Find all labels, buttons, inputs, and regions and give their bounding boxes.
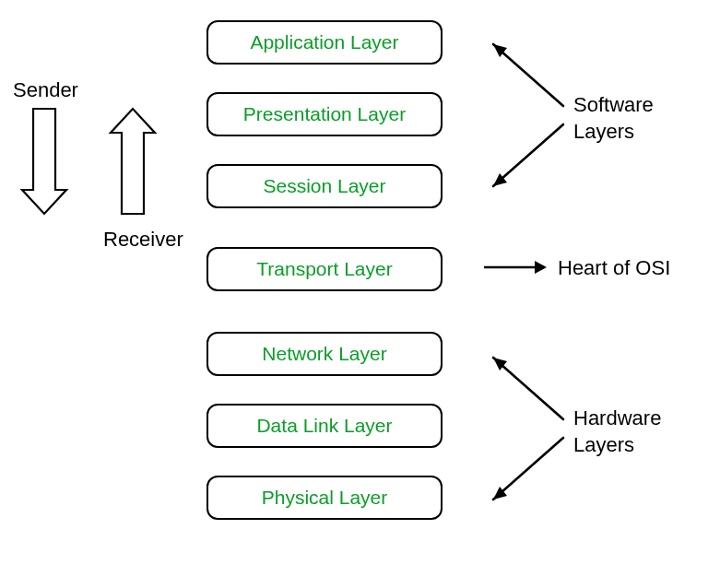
layer-box-datalink: Data Link Layer — [207, 404, 443, 448]
layer-box-physical: Physical Layer — [207, 476, 443, 520]
heart-arrow-icon — [484, 261, 547, 274]
svg-line-1 — [493, 124, 563, 186]
svg-marker-9 — [493, 487, 507, 500]
software-layers-label: Software Layers — [573, 92, 654, 145]
software-layers-line1: Software — [573, 92, 654, 119]
svg-line-7 — [493, 438, 563, 500]
hardware-layers-label: Hardware Layers — [573, 406, 661, 458]
svg-line-0 — [493, 44, 563, 106]
layer-box-transport: Transport Layer — [207, 247, 443, 291]
svg-marker-8 — [493, 358, 507, 370]
svg-marker-3 — [493, 173, 507, 186]
software-layers-line2: Layers — [573, 119, 654, 146]
sender-label: Sender — [13, 78, 78, 102]
svg-marker-2 — [493, 44, 507, 57]
receiver-label: Receiver — [103, 228, 183, 252]
layer-box-session: Session Layer — [207, 164, 443, 208]
hardware-layers-line2: Layers — [573, 432, 661, 459]
receiver-arrow-icon — [111, 109, 155, 214]
heart-of-osi-label: Heart of OSI — [558, 256, 670, 280]
hardware-bracket-icon — [493, 358, 563, 500]
hardware-layers-line1: Hardware — [573, 406, 661, 432]
software-bracket-icon — [493, 44, 563, 186]
sender-arrow-icon — [22, 109, 66, 214]
svg-line-6 — [493, 358, 563, 419]
layer-box-network: Network Layer — [207, 332, 443, 376]
svg-marker-5 — [535, 261, 547, 274]
layer-box-presentation: Presentation Layer — [207, 92, 443, 136]
layer-box-application: Application Layer — [207, 20, 443, 65]
